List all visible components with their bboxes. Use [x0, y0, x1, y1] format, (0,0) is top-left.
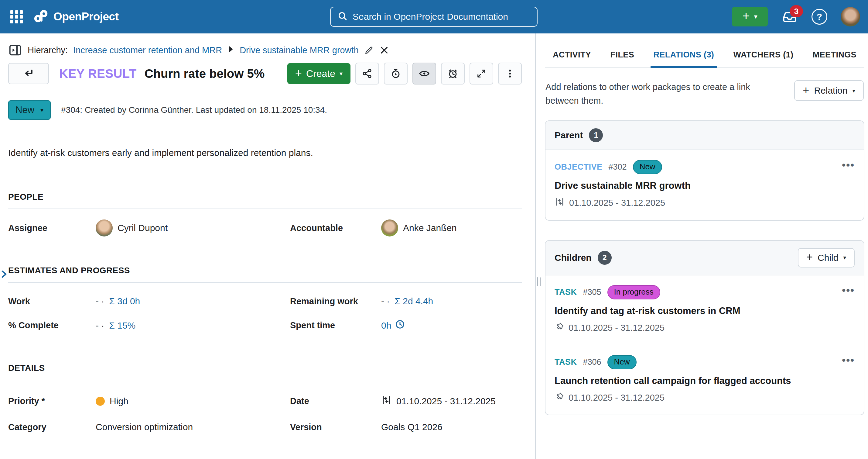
work-package-detail: Hierarchy: Increase customer retention a… [0, 33, 535, 459]
tab-activity[interactable]: ACTIVITY [552, 50, 592, 67]
hierarchy-label: Hierarchy: [28, 45, 68, 55]
panel-resize-handle[interactable] [537, 277, 540, 286]
kebab-vertical-icon [504, 68, 516, 79]
work-package-id[interactable]: #305 [583, 288, 601, 297]
work-package-title[interactable]: Churn rate below 5% [145, 67, 265, 81]
percent-complete-label: % Complete [8, 320, 96, 331]
date-value[interactable]: 01.10.2025 - 31.12.2025 [381, 395, 522, 407]
plus-icon: + [742, 10, 750, 23]
parent-group-title: Parent [555, 130, 583, 140]
relation-item-parent: OBJECTIVE #302 New ••• Drive sustainable… [546, 150, 864, 220]
plus-icon: + [806, 251, 813, 263]
search-box[interactable] [330, 7, 537, 27]
accountable-label: Accountable [290, 223, 381, 233]
people-fields: Assignee Cyril Dupont Accountable Anke J… [8, 220, 522, 236]
plus-icon: + [803, 84, 809, 97]
parent-count-badge: 1 [589, 128, 603, 142]
close-icon[interactable] [379, 45, 389, 55]
tab-bar: ACTIVITY FILES RELATIONS (3) WATCHERS (1… [545, 45, 864, 68]
remaining-work-value[interactable]: - · Σ 2d 4.4h [381, 296, 522, 307]
item-more-options-icon[interactable]: ••• [842, 288, 855, 297]
add-relation-button[interactable]: + Relation ▾ [794, 80, 864, 101]
tab-meetings[interactable]: MEETINGS [811, 50, 858, 67]
assignee-value[interactable]: Cyril Dupont [96, 220, 290, 236]
openproject-logo-mark-icon [33, 9, 49, 24]
priority-value[interactable]: High [96, 396, 290, 406]
complete-sum-link[interactable]: Σ 15% [109, 320, 135, 331]
details-section-heading: DETAILS [8, 363, 522, 373]
relation-item-meta: OBJECTIVE #302 New ••• [555, 160, 855, 174]
reminder-button[interactable] [441, 63, 465, 85]
relations-intro-text: Add relations to other work packages to … [546, 80, 758, 108]
pin-icon [555, 322, 564, 334]
created-meta-text: #304: Created by Corinna Günther. Last u… [61, 105, 327, 115]
edit-pencil-icon[interactable] [364, 45, 374, 55]
app-grid-icon[interactable] [8, 9, 24, 25]
spent-time-link[interactable]: 0h [381, 319, 405, 332]
chevron-down-icon: ▾ [852, 87, 855, 94]
tab-watchers[interactable]: WATCHERS (1) [732, 50, 795, 67]
date-range-icon [381, 395, 392, 407]
work-package-id[interactable]: #302 [609, 162, 627, 172]
help-button[interactable]: ? [811, 9, 827, 25]
section-divider [8, 282, 522, 283]
spent-time-value[interactable]: 0h [381, 319, 522, 332]
search-input[interactable] [352, 11, 530, 22]
relation-item-child: TASK #305 In progress ••• Identify and t… [546, 276, 864, 345]
relation-item-title[interactable]: Drive sustainable MRR growth [555, 180, 855, 191]
item-more-options-icon[interactable]: ••• [842, 358, 855, 367]
back-button[interactable] [8, 63, 49, 84]
work-value[interactable]: - · Σ 3d 0h [96, 296, 290, 307]
panel-toggle-icon[interactable] [8, 43, 22, 57]
global-search [330, 7, 537, 27]
status-row: New ▾ #304: Created by Corinna Günther. … [8, 100, 522, 120]
relation-item-meta: TASK #306 New ••• [555, 355, 855, 369]
breadcrumb-link-parent[interactable]: Increase customer retention and MRR [73, 45, 222, 55]
date-label: Date [290, 396, 381, 406]
watch-button[interactable] [412, 63, 436, 85]
tab-files[interactable]: FILES [609, 50, 636, 67]
start-timer-button[interactable] [384, 63, 408, 85]
remaining-sum-link[interactable]: Σ 2d 4.4h [395, 296, 433, 307]
eye-icon [418, 68, 430, 79]
collapse-chevron-icon[interactable] [1, 270, 7, 281]
add-child-button[interactable]: + Child ▾ [798, 248, 855, 267]
openproject-logo[interactable]: OpenProject [33, 9, 119, 24]
description-field[interactable]: Identify at-risk customers early and imp… [8, 148, 522, 158]
parent-relations-card: Parent 1 OBJECTIVE #302 New ••• Drive su… [545, 120, 864, 221]
work-package-id[interactable]: #306 [583, 357, 601, 367]
category-value[interactable]: Conversion optimization [96, 422, 290, 432]
plus-icon: + [295, 66, 302, 80]
status-pill: New [633, 160, 662, 174]
category-label: Category [8, 422, 96, 432]
work-package-type-label: OBJECTIVE [555, 162, 602, 172]
relation-item-dates: 01.10.2025 - 31.12.2025 [555, 322, 855, 334]
version-value[interactable]: Goals Q1 2026 [381, 422, 522, 432]
assignee-name[interactable]: Cyril Dupont [118, 223, 168, 233]
date-range-icon [555, 197, 565, 209]
user-avatar[interactable] [841, 7, 860, 26]
create-button[interactable]: + Create ▾ [287, 63, 350, 84]
relation-item-title[interactable]: Identify and tag at-risk customers in CR… [555, 306, 855, 316]
estimates-section-heading: ESTIMATES AND PROGRESS [8, 266, 522, 276]
relations-intro-row: Add relations to other work packages to … [545, 80, 864, 108]
chevron-down-icon: ▾ [754, 13, 757, 21]
relation-item-title[interactable]: Launch retention call campaign for flagg… [555, 375, 855, 386]
fullscreen-button[interactable] [469, 63, 493, 85]
accountable-name[interactable]: Anke Janßen [403, 223, 457, 233]
notifications-button[interactable]: 3 [781, 8, 798, 25]
status-dropdown[interactable]: New ▾ [8, 100, 51, 120]
tab-relations[interactable]: RELATIONS (3) [652, 50, 716, 67]
breadcrumb-link-current[interactable]: Drive sustainable MRR growth [240, 45, 359, 55]
work-package-page: OpenProject + ▾ 3 ? [0, 0, 868, 459]
global-add-button[interactable]: + ▾ [732, 7, 768, 26]
more-options-button[interactable] [498, 63, 522, 85]
stopwatch-icon [390, 68, 401, 79]
work-package-type[interactable]: KEY RESULT [59, 67, 137, 81]
percent-complete-value[interactable]: - · Σ 15% [96, 320, 290, 331]
item-more-options-icon[interactable]: ••• [842, 163, 855, 171]
share-button[interactable] [355, 63, 379, 85]
status-value: New [16, 105, 34, 116]
accountable-value[interactable]: Anke Janßen [381, 220, 522, 236]
work-sum-link[interactable]: Σ 3d 0h [109, 296, 140, 307]
